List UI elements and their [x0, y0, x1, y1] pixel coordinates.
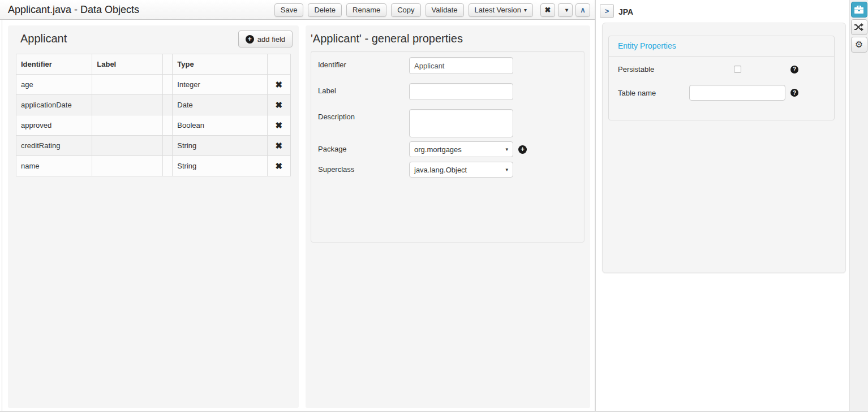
field-label[interactable] [92, 115, 163, 136]
general-properties-panel: 'Applicant' - general properties Identif… [306, 25, 590, 408]
jpa-panel-title: JPA [618, 7, 633, 16]
help-icon[interactable]: ? [790, 89, 798, 97]
column-header-type[interactable]: Type [173, 54, 267, 75]
field-type[interactable]: String [173, 156, 267, 176]
persistable-checkbox[interactable] [734, 66, 741, 73]
field-spacer [163, 75, 173, 95]
add-package-button[interactable]: + [518, 145, 527, 154]
package-label: Package [318, 141, 409, 157]
field-row-approved[interactable]: approved Boolean ✖ [16, 115, 291, 136]
label-label: Label [318, 83, 409, 100]
field-row-creditRating[interactable]: creditRating String ✖ [16, 136, 291, 156]
label-input[interactable] [409, 83, 513, 100]
superclass-selected-value: java.lang.Object [414, 166, 467, 174]
caret-down-icon: ▾ [505, 146, 508, 152]
field-identifier[interactable]: approved [16, 115, 92, 136]
properties-tool-button[interactable] [851, 2, 867, 18]
side-toolbar: ⚙ [849, 0, 868, 411]
panel-splitter[interactable] [595, 0, 596, 412]
jpa-well: Entity Properties Persistable ? Table na… [602, 23, 846, 273]
label-row: Label [318, 83, 577, 100]
entity-properties-header[interactable]: Entity Properties [609, 36, 834, 57]
column-header-spacer [163, 54, 173, 75]
fields-table: Identifier Label Type age Integer ✖ appl… [16, 54, 291, 176]
entity-properties-panel: Entity Properties Persistable ? Table na… [608, 36, 835, 120]
field-label[interactable] [92, 136, 163, 156]
field-row-name[interactable]: name String ✖ [16, 156, 291, 176]
field-identifier[interactable]: creditRating [16, 136, 92, 156]
copy-button[interactable]: Copy [391, 3, 420, 17]
column-header-label[interactable]: Label [92, 54, 163, 75]
window-bottom-border [0, 411, 868, 412]
editor-header: Applicant.java - Data Objects Save Delet… [0, 0, 595, 20]
delete-field-button[interactable]: ✖ [276, 80, 283, 89]
persistable-row: Persistable ? [609, 65, 834, 74]
panel-menu-button[interactable]: ▾ [558, 3, 573, 17]
close-icon: ✖ [545, 6, 551, 14]
help-icon[interactable]: ? [790, 66, 798, 74]
general-properties-title: 'Applicant' - general properties [311, 32, 463, 45]
field-type[interactable]: Date [173, 95, 267, 115]
package-selected-value: org.mortgages [414, 145, 462, 154]
superclass-label: Superclass [318, 162, 409, 178]
field-type[interactable]: Integer [173, 75, 267, 95]
delete-button[interactable]: Delete [308, 3, 342, 17]
description-row: Description [318, 109, 577, 137]
superclass-row: Superclass java.lang.Object ▾ [318, 162, 577, 178]
identifier-row: Identifier [318, 57, 577, 74]
editor-title: Applicant.java - Data Objects [8, 0, 139, 19]
field-row-age[interactable]: age Integer ✖ [16, 75, 291, 95]
column-header-actions [267, 54, 290, 75]
package-select[interactable]: org.mortgages ▾ [409, 141, 513, 157]
collapse-panel-button[interactable]: ∧ [575, 3, 590, 17]
settings-tool-button[interactable]: ⚙ [851, 37, 867, 53]
add-field-button[interactable]: + add field [238, 31, 293, 47]
shuffle-icon [854, 23, 863, 31]
delete-field-button[interactable]: ✖ [276, 100, 283, 110]
gear-icon: ⚙ [855, 40, 863, 49]
field-spacer [163, 115, 173, 136]
field-identifier[interactable]: age [16, 75, 92, 95]
caret-down-icon: ▾ [505, 167, 508, 172]
field-label[interactable] [92, 75, 163, 95]
description-label: Description [318, 109, 409, 137]
delete-field-button[interactable]: ✖ [276, 161, 283, 171]
fields-table-header-row: Identifier Label Type [16, 54, 291, 75]
superclass-select[interactable]: java.lang.Object ▾ [409, 162, 513, 178]
package-row: Package org.mortgages ▾ + [318, 141, 577, 157]
data-object-title: Applicant [20, 32, 67, 45]
chevron-right-icon: > [605, 7, 609, 15]
latest-version-label: Latest Version [475, 6, 521, 14]
rename-button[interactable]: Rename [346, 3, 386, 17]
delete-field-button[interactable]: ✖ [276, 141, 283, 150]
description-input[interactable] [409, 109, 513, 137]
field-label[interactable] [92, 156, 163, 176]
general-properties-form: Identifier Label Description Package org… [311, 51, 585, 243]
field-type[interactable]: String [173, 136, 267, 156]
close-editor-button[interactable]: ✖ [540, 3, 555, 17]
field-label[interactable] [92, 95, 163, 115]
expand-panel-button[interactable]: > [600, 4, 614, 18]
field-type[interactable]: Boolean [173, 115, 267, 136]
briefcase-icon [854, 6, 863, 14]
save-button[interactable]: Save [274, 3, 304, 17]
delete-field-button[interactable]: ✖ [276, 120, 283, 130]
shuffle-tool-button[interactable] [851, 19, 867, 35]
add-field-label: add field [257, 35, 285, 44]
editor-toolbar: Save Delete Rename Copy Validate Latest … [270, 0, 590, 20]
column-header-identifier[interactable]: Identifier [16, 54, 92, 75]
table-name-label: Table name [618, 89, 689, 97]
plus-circle-icon: + [246, 35, 254, 44]
table-name-row: Table name ? [609, 85, 834, 101]
field-row-applicationDate[interactable]: applicationDate Date ✖ [16, 95, 291, 115]
field-identifier[interactable]: applicationDate [16, 95, 92, 115]
validate-button[interactable]: Validate [426, 3, 464, 17]
identifier-input[interactable] [409, 57, 513, 74]
window-left-border [2, 20, 2, 412]
caret-down-icon: ▾ [565, 7, 568, 13]
field-spacer [163, 136, 173, 156]
app-window: Applicant.java - Data Objects Save Delet… [0, 0, 868, 415]
latest-version-button[interactable]: Latest Version ▾ [469, 3, 533, 17]
field-identifier[interactable]: name [16, 156, 92, 176]
table-name-input[interactable] [689, 85, 785, 101]
